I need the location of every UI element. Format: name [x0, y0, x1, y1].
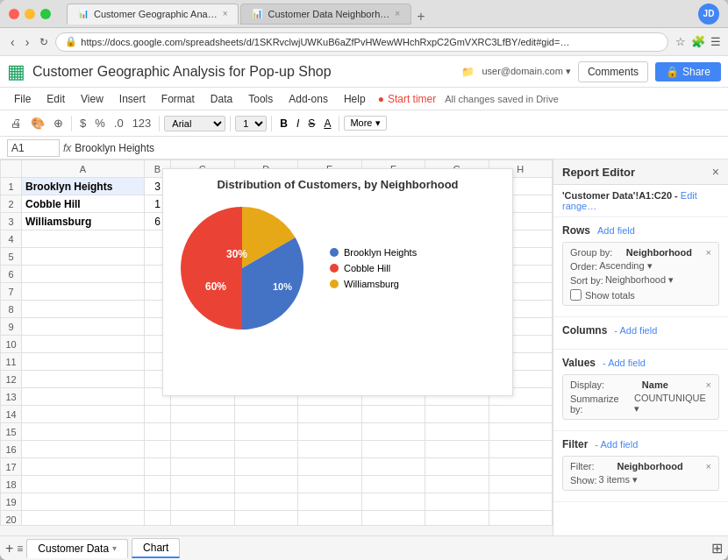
cell-a9[interactable]	[22, 318, 145, 336]
tab-2-close[interactable]: ×	[395, 9, 400, 18]
row-header[interactable]: 17	[1, 458, 22, 476]
bookmark-icon[interactable]: ☆	[675, 35, 686, 48]
row-header[interactable]: 5	[1, 248, 22, 266]
row-header[interactable]: 20	[1, 511, 22, 526]
order-dropdown[interactable]: Order: Ascending ▾	[570, 260, 711, 272]
cell-a11[interactable]	[22, 353, 145, 371]
cell-a17[interactable]	[22, 458, 145, 476]
cell-empty[interactable]	[171, 406, 235, 423]
folder-icon[interactable]: 📁	[461, 66, 475, 78]
cell-empty[interactable]	[298, 476, 362, 493]
cell-a20[interactable]	[22, 511, 145, 526]
reload-button[interactable]: ↻	[36, 34, 52, 50]
group-by-remove-button[interactable]: ×	[706, 247, 711, 258]
filter-remove-button[interactable]: ×	[706, 461, 711, 471]
display-remove-button[interactable]: ×	[706, 379, 711, 390]
cell-empty[interactable]	[425, 493, 489, 511]
horizontal-scrollbar[interactable]	[0, 525, 553, 535]
row-header[interactable]: 9	[1, 318, 22, 336]
cell-a5[interactable]	[22, 248, 145, 266]
row-header[interactable]: 12	[1, 371, 22, 388]
font-selector[interactable]: Arial	[164, 116, 225, 131]
cell-a7[interactable]	[22, 283, 145, 301]
back-button[interactable]: ‹	[7, 33, 18, 51]
cell-b15[interactable]	[145, 423, 171, 441]
cell-reference-input[interactable]	[7, 139, 60, 157]
cell-a3[interactable]: Williamsburg	[22, 213, 145, 230]
cell-b20[interactable]	[145, 511, 171, 526]
cell-empty[interactable]	[489, 458, 553, 476]
cell-a2[interactable]: Cobble Hill	[22, 195, 145, 213]
tab-2[interactable]: 📊 Customer Data Neighborh… ×	[240, 4, 411, 25]
cell-empty[interactable]	[234, 406, 298, 423]
row-header[interactable]: 1	[1, 178, 22, 195]
filter-add-field-link[interactable]: - Add field	[595, 439, 638, 450]
cell-empty[interactable]	[425, 511, 489, 526]
cell-empty[interactable]	[234, 493, 298, 511]
rows-add-field-link[interactable]: Add field	[597, 225, 635, 236]
cell-a1[interactable]: Brooklyn Heights	[22, 178, 145, 195]
formula-input[interactable]	[75, 142, 721, 154]
row-header[interactable]: 7	[1, 283, 22, 301]
row-header[interactable]: 13	[1, 388, 22, 406]
menu-file[interactable]: File	[7, 91, 38, 107]
menu-edit[interactable]: Edit	[39, 91, 72, 107]
menu-format[interactable]: Format	[154, 91, 202, 107]
start-timer-button[interactable]: ● Start timer	[378, 93, 437, 105]
cell-empty[interactable]	[489, 493, 553, 511]
maximize-button[interactable]	[40, 9, 51, 19]
underline-button[interactable]: A	[320, 116, 334, 131]
cell-a4[interactable]	[22, 230, 145, 248]
print-button[interactable]: 🖨	[7, 115, 25, 131]
cell-empty[interactable]	[489, 441, 553, 458]
increase-decimal-button[interactable]: 123	[129, 115, 155, 131]
cell-a13[interactable]	[22, 388, 145, 406]
cell-b18[interactable]	[145, 476, 171, 493]
show-items-dropdown[interactable]: Show: 3 items ▾	[570, 474, 711, 486]
row-header[interactable]: 3	[1, 213, 22, 230]
sort-by-dropdown[interactable]: Sort by: Neighborhood ▾	[570, 274, 711, 286]
strikethrough-button[interactable]: S	[304, 116, 318, 131]
row-header[interactable]: 14	[1, 406, 22, 423]
cell-empty[interactable]	[171, 441, 235, 458]
url-bar[interactable]: 🔒 https://docs.google.com/spreadsheets/d…	[55, 32, 668, 52]
cell-b14[interactable]	[145, 406, 171, 423]
col-header-a[interactable]: A	[22, 160, 145, 178]
add-sheet-button[interactable]: +	[5, 541, 13, 556]
cell-empty[interactable]	[171, 476, 235, 493]
cell-empty[interactable]	[298, 406, 362, 423]
cell-empty[interactable]	[361, 458, 425, 476]
cell-empty[interactable]	[489, 423, 553, 441]
cell-b19[interactable]	[145, 493, 171, 511]
cell-empty[interactable]	[361, 476, 425, 493]
sheet-tab-customer-data[interactable]: Customer Data ▾	[26, 539, 128, 558]
italic-button[interactable]: I	[293, 116, 303, 131]
menu-view[interactable]: View	[74, 91, 111, 107]
chart-container[interactable]: Distribution of Customers, by Neighborho…	[162, 168, 513, 396]
cell-empty[interactable]	[361, 406, 425, 423]
cell-empty[interactable]	[361, 511, 425, 526]
paintformat-button[interactable]: 🎨	[27, 115, 48, 131]
cell-a16[interactable]	[22, 441, 145, 458]
report-editor-close-button[interactable]: ×	[712, 165, 719, 179]
cell-empty[interactable]	[425, 441, 489, 458]
menu-help[interactable]: Help	[337, 91, 373, 107]
cell-empty[interactable]	[425, 423, 489, 441]
row-header[interactable]: 15	[1, 423, 22, 441]
cell-a6[interactable]	[22, 266, 145, 283]
cell-empty[interactable]	[489, 406, 553, 423]
cell-empty[interactable]	[298, 441, 362, 458]
cell-a10[interactable]	[22, 336, 145, 353]
cell-empty[interactable]	[361, 441, 425, 458]
values-add-field-link[interactable]: - Add field	[603, 358, 646, 368]
row-header[interactable]: 6	[1, 266, 22, 283]
cell-a15[interactable]	[22, 423, 145, 441]
cell-empty[interactable]	[171, 423, 235, 441]
cell-empty[interactable]	[361, 423, 425, 441]
forward-button[interactable]: ›	[22, 33, 33, 51]
close-button[interactable]	[9, 9, 19, 19]
menu-insert[interactable]: Insert	[112, 91, 153, 107]
decrease-decimal-button[interactable]: .0	[111, 115, 127, 131]
new-tab-button[interactable]: +	[413, 9, 428, 25]
row-header[interactable]: 4	[1, 230, 22, 248]
